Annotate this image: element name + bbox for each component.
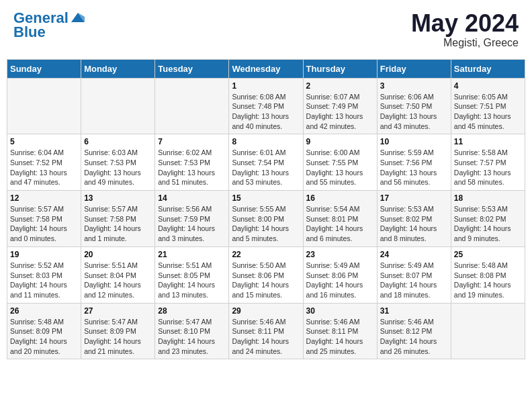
calendar-cell xyxy=(451,303,525,359)
day-detail: Sunrise: 6:08 AM Sunset: 7:48 PM Dayligh… xyxy=(232,92,300,132)
day-number: 8 xyxy=(232,137,300,146)
day-number: 26 xyxy=(10,306,78,316)
day-detail: Sunrise: 5:59 AM Sunset: 7:56 PM Dayligh… xyxy=(380,148,448,187)
day-number: 15 xyxy=(232,193,300,203)
calendar-cell xyxy=(81,78,155,134)
day-number: 7 xyxy=(158,137,226,146)
day-number: 6 xyxy=(84,137,152,146)
calendar-header-tuesday: Tuesday xyxy=(155,59,229,78)
calendar-cell: 20Sunrise: 5:51 AM Sunset: 8:04 PM Dayli… xyxy=(81,246,155,303)
calendar-cell: 22Sunrise: 5:50 AM Sunset: 8:06 PM Dayli… xyxy=(229,246,303,303)
calendar-cell: 5Sunrise: 6:04 AM Sunset: 7:52 PM Daylig… xyxy=(7,134,81,191)
calendar-table: SundayMondayTuesdayWednesdayThursdayFrid… xyxy=(7,59,525,360)
day-number: 14 xyxy=(158,193,226,203)
day-number: 3 xyxy=(380,81,448,91)
calendar-cell xyxy=(7,78,81,134)
day-detail: Sunrise: 5:49 AM Sunset: 8:07 PM Dayligh… xyxy=(380,261,448,300)
calendar-cell: 8Sunrise: 6:01 AM Sunset: 7:54 PM Daylig… xyxy=(229,134,303,191)
day-number: 4 xyxy=(454,81,522,91)
day-detail: Sunrise: 5:47 AM Sunset: 8:09 PM Dayligh… xyxy=(84,317,152,357)
day-detail: Sunrise: 6:00 AM Sunset: 7:55 PM Dayligh… xyxy=(306,148,374,187)
calendar-week-1: 1Sunrise: 6:08 AM Sunset: 7:48 PM Daylig… xyxy=(7,78,525,134)
day-number: 24 xyxy=(380,250,448,259)
calendar-cell xyxy=(155,78,229,134)
day-number: 31 xyxy=(380,306,448,316)
calendar-header-saturday: Saturday xyxy=(451,59,525,78)
calendar-header-thursday: Thursday xyxy=(303,59,377,78)
calendar-cell: 28Sunrise: 5:47 AM Sunset: 8:10 PM Dayli… xyxy=(155,303,229,359)
day-number: 13 xyxy=(84,193,152,203)
calendar-cell: 21Sunrise: 5:51 AM Sunset: 8:05 PM Dayli… xyxy=(155,246,229,303)
day-detail: Sunrise: 6:03 AM Sunset: 7:53 PM Dayligh… xyxy=(84,148,152,187)
day-detail: Sunrise: 6:02 AM Sunset: 7:53 PM Dayligh… xyxy=(158,148,226,187)
day-detail: Sunrise: 5:57 AM Sunset: 7:58 PM Dayligh… xyxy=(10,204,78,244)
calendar-cell: 11Sunrise: 5:58 AM Sunset: 7:57 PM Dayli… xyxy=(451,134,525,191)
calendar-cell: 14Sunrise: 5:56 AM Sunset: 7:59 PM Dayli… xyxy=(155,191,229,247)
day-number: 9 xyxy=(306,137,374,146)
calendar-week-3: 12Sunrise: 5:57 AM Sunset: 7:58 PM Dayli… xyxy=(7,191,525,247)
day-number: 29 xyxy=(232,306,300,316)
logo-icon xyxy=(70,10,86,26)
day-detail: Sunrise: 5:54 AM Sunset: 8:01 PM Dayligh… xyxy=(306,204,374,244)
day-number: 27 xyxy=(84,306,152,316)
logo: General Blue xyxy=(13,10,86,41)
day-number: 11 xyxy=(454,137,522,146)
day-detail: Sunrise: 6:07 AM Sunset: 7:49 PM Dayligh… xyxy=(306,92,374,132)
day-detail: Sunrise: 5:52 AM Sunset: 8:03 PM Dayligh… xyxy=(10,261,78,300)
calendar-cell: 15Sunrise: 5:55 AM Sunset: 8:00 PM Dayli… xyxy=(229,191,303,247)
calendar-cell: 12Sunrise: 5:57 AM Sunset: 7:58 PM Dayli… xyxy=(7,191,81,247)
calendar-cell: 18Sunrise: 5:53 AM Sunset: 8:02 PM Dayli… xyxy=(451,191,525,247)
day-number: 5 xyxy=(10,137,78,146)
day-detail: Sunrise: 6:06 AM Sunset: 7:50 PM Dayligh… xyxy=(380,92,448,132)
day-number: 23 xyxy=(306,250,374,259)
day-detail: Sunrise: 5:55 AM Sunset: 8:00 PM Dayligh… xyxy=(232,204,300,244)
calendar-cell: 25Sunrise: 5:48 AM Sunset: 8:08 PM Dayli… xyxy=(451,246,525,303)
day-detail: Sunrise: 5:51 AM Sunset: 8:05 PM Dayligh… xyxy=(158,261,226,300)
month-year-title: May 2024 xyxy=(411,10,519,37)
day-number: 22 xyxy=(232,250,300,259)
day-number: 28 xyxy=(158,306,226,316)
calendar-cell: 27Sunrise: 5:47 AM Sunset: 8:09 PM Dayli… xyxy=(81,303,155,359)
day-number: 21 xyxy=(158,250,226,259)
calendar-header-row: SundayMondayTuesdayWednesdayThursdayFrid… xyxy=(7,59,525,78)
calendar-week-5: 26Sunrise: 5:48 AM Sunset: 8:09 PM Dayli… xyxy=(7,303,525,359)
calendar-cell: 29Sunrise: 5:46 AM Sunset: 8:11 PM Dayli… xyxy=(229,303,303,359)
day-detail: Sunrise: 5:46 AM Sunset: 8:11 PM Dayligh… xyxy=(232,317,300,357)
calendar-cell: 1Sunrise: 6:08 AM Sunset: 7:48 PM Daylig… xyxy=(229,78,303,134)
day-number: 17 xyxy=(380,193,448,203)
day-detail: Sunrise: 5:46 AM Sunset: 8:11 PM Dayligh… xyxy=(306,317,374,357)
calendar-cell: 16Sunrise: 5:54 AM Sunset: 8:01 PM Dayli… xyxy=(303,191,377,247)
day-detail: Sunrise: 5:53 AM Sunset: 8:02 PM Dayligh… xyxy=(454,204,522,244)
calendar-cell: 10Sunrise: 5:59 AM Sunset: 7:56 PM Dayli… xyxy=(377,134,451,191)
calendar-week-2: 5Sunrise: 6:04 AM Sunset: 7:52 PM Daylig… xyxy=(7,134,525,191)
title-block: May 2024 Megisti, Greece xyxy=(411,10,519,49)
day-detail: Sunrise: 5:57 AM Sunset: 7:58 PM Dayligh… xyxy=(84,204,152,244)
day-number: 1 xyxy=(232,81,300,91)
calendar-cell: 4Sunrise: 6:05 AM Sunset: 7:51 PM Daylig… xyxy=(451,78,525,134)
day-detail: Sunrise: 5:50 AM Sunset: 8:06 PM Dayligh… xyxy=(232,261,300,300)
day-detail: Sunrise: 5:46 AM Sunset: 8:12 PM Dayligh… xyxy=(380,317,448,357)
day-number: 19 xyxy=(10,250,78,259)
day-detail: Sunrise: 5:58 AM Sunset: 7:57 PM Dayligh… xyxy=(454,148,522,187)
calendar-header-sunday: Sunday xyxy=(7,59,81,78)
calendar-cell: 26Sunrise: 5:48 AM Sunset: 8:09 PM Dayli… xyxy=(7,303,81,359)
calendar-cell: 17Sunrise: 5:53 AM Sunset: 8:02 PM Dayli… xyxy=(377,191,451,247)
day-number: 16 xyxy=(306,193,374,203)
day-detail: Sunrise: 5:51 AM Sunset: 8:04 PM Dayligh… xyxy=(84,261,152,300)
calendar-cell: 2Sunrise: 6:07 AM Sunset: 7:49 PM Daylig… xyxy=(303,78,377,134)
day-number: 2 xyxy=(306,81,374,91)
calendar-cell: 24Sunrise: 5:49 AM Sunset: 8:07 PM Dayli… xyxy=(377,246,451,303)
day-number: 12 xyxy=(10,193,78,203)
calendar-cell: 13Sunrise: 5:57 AM Sunset: 7:58 PM Dayli… xyxy=(81,191,155,247)
day-number: 10 xyxy=(380,137,448,146)
day-detail: Sunrise: 6:01 AM Sunset: 7:54 PM Dayligh… xyxy=(232,148,300,187)
calendar-header-monday: Monday xyxy=(81,59,155,78)
calendar-header-wednesday: Wednesday xyxy=(229,59,303,78)
day-detail: Sunrise: 6:04 AM Sunset: 7:52 PM Dayligh… xyxy=(10,148,78,187)
day-detail: Sunrise: 5:48 AM Sunset: 8:08 PM Dayligh… xyxy=(454,261,522,300)
day-detail: Sunrise: 5:53 AM Sunset: 8:02 PM Dayligh… xyxy=(380,204,448,244)
calendar-cell: 6Sunrise: 6:03 AM Sunset: 7:53 PM Daylig… xyxy=(81,134,155,191)
page-header: General Blue May 2024 Megisti, Greece xyxy=(7,7,525,52)
day-detail: Sunrise: 5:47 AM Sunset: 8:10 PM Dayligh… xyxy=(158,317,226,357)
calendar-cell: 3Sunrise: 6:06 AM Sunset: 7:50 PM Daylig… xyxy=(377,78,451,134)
